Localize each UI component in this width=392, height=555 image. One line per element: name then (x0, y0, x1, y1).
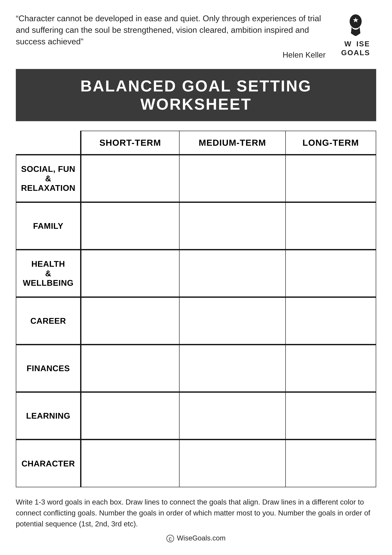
label-cell-family: FAMILY (16, 202, 81, 250)
worksheet-table: SHORT-TERM MEDIUM-TERM LONG-TERM SOCIAL,… (16, 131, 376, 487)
data-cell-5-1[interactable] (179, 392, 286, 439)
data-cell-4-1[interactable] (179, 345, 286, 392)
logo-w: W (341, 40, 355, 48)
data-cell-1-0[interactable] (81, 202, 179, 250)
data-cell-5-2[interactable] (285, 392, 376, 439)
data-cell-5-0[interactable] (81, 392, 179, 439)
svg-point-0 (350, 15, 362, 28)
table-row: FINANCES (16, 345, 376, 392)
table-row: SOCIAL, FUN& RELAXATION (16, 155, 376, 202)
data-cell-3-2[interactable] (285, 297, 376, 345)
data-cell-2-1[interactable] (179, 250, 286, 297)
data-cell-0-1[interactable] (179, 155, 286, 202)
col-header-long-term: LONG-TERM (285, 131, 376, 155)
label-cell-social-fun-relaxation: SOCIAL, FUN& RELAXATION (16, 155, 81, 202)
empty-header-cell (16, 131, 81, 155)
data-cell-0-0[interactable] (81, 155, 179, 202)
logo-block: W ISE GOALS (335, 13, 376, 57)
quote-block: “Character cannot be developed in ease a… (16, 13, 335, 59)
data-cell-1-2[interactable] (285, 202, 376, 250)
data-cell-3-1[interactable] (179, 297, 286, 345)
data-cell-6-1[interactable] (179, 439, 286, 487)
data-cell-2-2[interactable] (285, 250, 376, 297)
table-row: HEALTH& WELLBEING (16, 250, 376, 297)
data-cell-2-0[interactable] (81, 250, 179, 297)
label-cell-learning: LEARNING (16, 392, 81, 439)
footer-copyright: c WiseGoals.com (16, 534, 376, 542)
col-header-short-term: SHORT-TERM (81, 131, 179, 155)
data-cell-4-0[interactable] (81, 345, 179, 392)
label-cell-health-wellbeing: HEALTH& WELLBEING (16, 250, 81, 297)
data-cell-3-0[interactable] (81, 297, 179, 345)
logo-icon (343, 13, 368, 38)
table-row: LEARNING (16, 392, 376, 439)
title-banner: BALANCED GOAL SETTING WORKSHEET (16, 69, 376, 121)
logo-goals: GOALS (341, 48, 370, 57)
label-cell-character: CHARACTER (16, 439, 81, 487)
page: “Character cannot be developed in ease a… (0, 0, 392, 555)
data-cell-0-2[interactable] (285, 155, 376, 202)
table-header-row: SHORT-TERM MEDIUM-TERM LONG-TERM (16, 131, 376, 155)
table-row: CHARACTER (16, 439, 376, 487)
col-header-medium-term: MEDIUM-TERM (179, 131, 286, 155)
table-row: CAREER (16, 297, 376, 345)
data-cell-1-1[interactable] (179, 202, 286, 250)
header: “Character cannot be developed in ease a… (16, 13, 376, 59)
copyright-symbol: c (166, 535, 174, 542)
logo-ise: ISE (356, 40, 370, 48)
data-cell-4-2[interactable] (285, 345, 376, 392)
quote-text: “Character cannot be developed in ease a… (16, 13, 326, 47)
label-cell-finances: FINANCES (16, 345, 81, 392)
label-cell-career: CAREER (16, 297, 81, 345)
copyright-text: WiseGoals.com (177, 534, 226, 542)
quote-author: Helen Keller (16, 50, 326, 59)
page-title: BALANCED GOAL SETTING WORKSHEET (25, 77, 367, 113)
logo-text: W ISE GOALS (341, 40, 370, 57)
footer-instructions: Write 1-3 word goals in each box. Draw l… (16, 497, 376, 529)
data-cell-6-0[interactable] (81, 439, 179, 487)
table-row: FAMILY (16, 202, 376, 250)
data-cell-6-2[interactable] (285, 439, 376, 487)
